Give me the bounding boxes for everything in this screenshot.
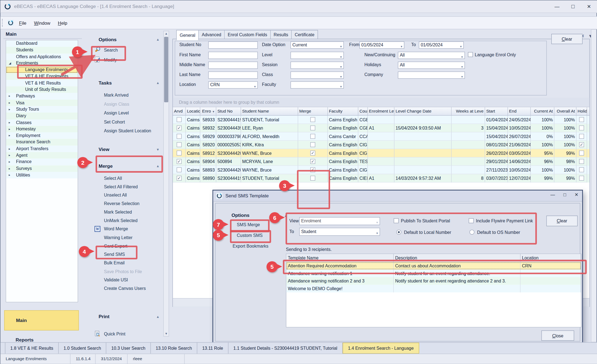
table-row[interactable]: ✓Cairns58904500894MCRYAN, Lane✓Cairns En… xyxy=(173,157,589,166)
template-col-header[interactable]: Template Name xyxy=(286,254,394,262)
sidebar-item-offers-and-applications[interactable]: Offers and Applications xyxy=(6,54,78,60)
arrived-checkbox[interactable]: ✓ xyxy=(177,176,182,181)
grid-col-header[interactable]: Enro ▼ xyxy=(200,107,216,115)
scroll-up-icon[interactable]: ▲ xyxy=(164,32,169,35)
panel-item-card-export[interactable]: Card Export xyxy=(83,242,164,250)
arrived-checkbox[interactable] xyxy=(177,117,182,122)
merge-checkbox[interactable] xyxy=(310,117,315,122)
grid-col-header[interactable]: Start xyxy=(485,107,508,115)
language-enrol-only-checkbox[interactable] xyxy=(468,52,473,57)
company-select[interactable] xyxy=(398,71,465,79)
holiday-checkbox[interactable] xyxy=(579,134,584,139)
panel-item-set-cohort[interactable]: Set Cohort xyxy=(83,118,164,127)
merge-checkbox[interactable]: ✓ xyxy=(310,167,315,172)
tree-collapsed-icon[interactable]: ▸ xyxy=(9,126,10,132)
dialog-clear-button[interactable]: Clear xyxy=(546,215,578,226)
grid-groupby-bar[interactable]: Drag a column header here to group by th… xyxy=(173,98,589,107)
template-col-header[interactable]: Description xyxy=(394,254,520,262)
grid-col-header[interactable]: Faculty xyxy=(328,107,358,115)
panel-item-assign-student-location[interactable]: Assign Student Location xyxy=(83,127,164,136)
from-date-select[interactable]: 01/05/2024 xyxy=(360,41,404,49)
holiday-checkbox[interactable] xyxy=(579,176,584,181)
tree-expanded-icon[interactable]: ◢ xyxy=(9,60,11,67)
date-option-select[interactable]: Current xyxy=(291,41,344,49)
student-no-input[interactable] xyxy=(208,41,258,49)
sidebar-item-finance[interactable]: ▸Finance xyxy=(6,159,78,165)
local-number-radio[interactable] xyxy=(396,230,401,235)
tab-certificate[interactable]: Certificate xyxy=(292,30,318,39)
tree-collapsed-icon[interactable]: ▸ xyxy=(9,145,10,152)
session-select[interactable] xyxy=(291,61,344,69)
panel-item-search[interactable]: Search xyxy=(83,45,164,55)
grid-col-header[interactable]: Course xyxy=(358,107,368,115)
panel-section-merge[interactable]: Merge▲ xyxy=(83,163,164,169)
middle-name-input[interactable] xyxy=(208,61,258,69)
sidebar-item-vet-he-enrolments[interactable]: VET & HE Enrolments xyxy=(6,73,78,80)
grid-col-header[interactable]: Enrolment Leve xyxy=(368,107,394,115)
sidebar-item-dashboard[interactable]: Dashboard xyxy=(6,40,78,47)
holiday-checkbox[interactable] xyxy=(579,167,584,172)
os-number-radio[interactable] xyxy=(469,230,474,235)
panel-item-modify[interactable]: Modify xyxy=(83,55,164,65)
panel-item-quick-print[interactable]: Quick Print xyxy=(83,329,164,338)
tab-advanced[interactable]: Advanced xyxy=(199,30,225,39)
menu-item-help[interactable]: Help xyxy=(54,21,71,26)
tab-general[interactable]: General xyxy=(176,30,199,40)
panel-item-warning-letter[interactable]: Warning Letter xyxy=(83,233,164,242)
sidebar-item-surveys[interactable]: ▸Surveys xyxy=(6,165,78,172)
dialog-minimize-icon[interactable]: — xyxy=(551,192,555,197)
sidebar-section-main[interactable]: Main xyxy=(4,310,79,330)
clear-button[interactable]: Clear xyxy=(551,34,583,44)
panel-section-view[interactable]: View▼ xyxy=(83,146,164,153)
table-row[interactable]: Cairns589290000033798ALFORD, MeredithCai… xyxy=(173,132,589,141)
arrived-checkbox[interactable]: ✓ xyxy=(177,125,182,130)
holidays-select[interactable]: All xyxy=(398,61,465,69)
sidebar-item-insurance-search[interactable]: Insurance Search xyxy=(6,139,78,145)
location-select[interactable]: CRN xyxy=(208,81,258,88)
merge-checkbox[interactable]: ✓ xyxy=(310,159,315,164)
sidebar-item-visa[interactable]: ▸Visa xyxy=(6,99,78,106)
panel-item-assign-level[interactable]: Assign Level xyxy=(83,109,164,118)
grid-col-header[interactable]: Merge xyxy=(298,107,328,115)
collapse-up-icon[interactable]: ▲ xyxy=(156,81,159,85)
sidebar-item-utilities[interactable]: ▸Utilities xyxy=(6,172,78,178)
tree-collapsed-icon[interactable]: ▸ xyxy=(9,106,10,113)
panel-item-unselect-all[interactable]: Unselect All xyxy=(83,191,164,200)
view-select[interactable]: Enrolment xyxy=(299,217,380,225)
panel-scrollbar[interactable]: ▲ ▼ xyxy=(163,31,169,337)
merge-checkbox[interactable] xyxy=(310,142,315,147)
tab-enrol-custom-fields[interactable]: Enrol Custom Fields xyxy=(225,30,270,39)
close-icon[interactable]: ✕ xyxy=(586,4,592,9)
window-tab-1-1-student-details-s230044419-student-t[interactable]: 1.1 Student Details - S230044419 STUDENT… xyxy=(228,343,342,354)
collapse-down-icon[interactable]: ▼ xyxy=(156,147,159,151)
level-select[interactable] xyxy=(291,52,344,59)
tree-collapsed-icon[interactable]: ▸ xyxy=(9,119,10,126)
scroll-down-icon[interactable]: ▼ xyxy=(164,332,169,335)
panel-item-select-all[interactable]: Select All xyxy=(83,174,164,183)
last-name-input[interactable] xyxy=(208,71,258,79)
holiday-checkbox[interactable] xyxy=(579,117,584,122)
panel-item-bulk-email[interactable]: Bulk Email xyxy=(83,259,164,267)
sidebar-item-agent[interactable]: ▸Agent xyxy=(6,152,78,159)
grid-col-header[interactable]: Weeks at Leve xyxy=(452,107,485,115)
sidebar-section-reports[interactable]: Reports xyxy=(16,337,34,343)
grid-col-header[interactable]: Stud No xyxy=(216,107,241,115)
panel-item-mark-selected[interactable]: Mark Selected xyxy=(83,208,164,216)
sidebar-item-homestay[interactable]: ▸Homestay xyxy=(6,126,78,132)
sidebar-item-diary[interactable]: Diary xyxy=(6,113,78,119)
panel-item-reverse-selection[interactable]: Reverse Selection xyxy=(83,199,164,208)
holiday-checkbox[interactable]: ✓ xyxy=(579,142,584,147)
sidebar-item-employment[interactable]: ▸Employment xyxy=(6,132,78,139)
export-bookmarks-button[interactable]: Export Bookmarks xyxy=(233,244,268,248)
collapse-up-icon[interactable]: ▲ xyxy=(284,214,287,217)
custom-sms-button[interactable]: Custom SMS xyxy=(237,233,263,238)
faculty-select[interactable] xyxy=(291,81,344,88)
panel-item-send-sms[interactable]: Send SMS xyxy=(83,250,164,259)
table-row[interactable]: ✓Cairns58890S230044419STUDENT, TutorialC… xyxy=(173,174,589,182)
tree-collapsed-icon[interactable]: ▸ xyxy=(9,132,10,139)
holiday-checkbox[interactable] xyxy=(579,151,584,156)
window-tab-1-0-student-search[interactable]: 1.0 Student Search xyxy=(59,343,106,354)
panel-item-create-canvas-users[interactable]: Create Canvas Users xyxy=(83,284,164,293)
table-row[interactable]: Cairns58933S230044419STUDENT, TutorialCa… xyxy=(173,116,589,124)
table-row[interactable]: ✓Cairns58932S230044439LEE, RyanCairns En… xyxy=(173,124,589,132)
